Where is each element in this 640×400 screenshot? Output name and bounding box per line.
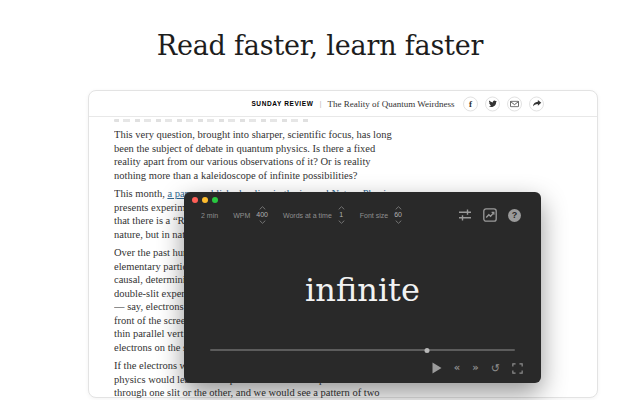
article-header-text: SUNDAY REVIEW | The Reality of Quantum W… xyxy=(251,99,454,109)
wpm-increase-button[interactable] xyxy=(259,206,266,210)
font-decrease-button[interactable] xyxy=(395,220,402,224)
progress-bar[interactable] xyxy=(210,349,515,351)
article-line: been the subject of debate in quantum ph… xyxy=(114,142,534,156)
article-card: SUNDAY REVIEW | The Reality of Quantum W… xyxy=(88,90,598,398)
article-header: SUNDAY REVIEW | The Reality of Quantum W… xyxy=(89,91,597,117)
social-buttons: f xyxy=(463,96,544,111)
word-prefix: inf xyxy=(305,271,357,309)
font-size-stepper: 60 xyxy=(394,206,402,224)
email-button[interactable] xyxy=(507,96,522,111)
article-line: reality apart from our various observati… xyxy=(114,155,534,169)
rewind-icon[interactable]: « xyxy=(454,363,460,373)
article-title: The Reality of Quantum Weirdness xyxy=(327,99,454,109)
restart-icon[interactable]: ↺ xyxy=(491,363,500,374)
share-icon xyxy=(532,100,542,108)
forward-icon[interactable]: » xyxy=(472,363,478,373)
screenshot-canvas: Read faster, learn faster SUNDAY REVIEW … xyxy=(0,0,640,400)
email-icon xyxy=(510,100,519,107)
wpm-decrease-button[interactable] xyxy=(259,220,266,224)
wpm-label: WPM xyxy=(233,212,250,219)
wpm-value: 400 xyxy=(256,211,268,219)
play-icon[interactable] xyxy=(432,362,442,374)
page-title: Read faster, learn faster xyxy=(0,30,640,61)
article-line: This very question, brought into sharper… xyxy=(114,128,534,142)
tune-icon[interactable] xyxy=(458,208,472,222)
font-size-label: Font size xyxy=(360,212,388,219)
stats-icon[interactable] xyxy=(483,208,497,222)
fullscreen-icon[interactable] xyxy=(512,363,523,374)
article-line: through one slit or the other, and we wo… xyxy=(114,386,534,400)
progress-handle[interactable] xyxy=(424,348,429,353)
word-suffix: nite xyxy=(357,271,420,309)
words-at-a-time-control: Words at a time 1 xyxy=(283,206,345,224)
paragraph: This very question, brought into sharper… xyxy=(114,128,534,182)
window-controls xyxy=(192,197,218,203)
clipped-text-remnant xyxy=(114,119,309,122)
words-value: 1 xyxy=(339,211,343,219)
reader-settings-row: 2 min WPM 400 Words at a time 1 xyxy=(201,206,402,224)
twitter-button[interactable] xyxy=(485,96,500,111)
font-size-control: Font size 60 xyxy=(360,206,402,224)
header-divider: | xyxy=(319,99,321,108)
font-size-value: 60 xyxy=(394,211,402,219)
wpm-control: WPM 400 xyxy=(233,206,268,224)
facebook-button[interactable]: f xyxy=(463,96,478,111)
playback-controls: « » ↺ xyxy=(432,362,523,374)
close-window-button[interactable] xyxy=(192,197,198,203)
words-decrease-button[interactable] xyxy=(338,220,345,224)
reader-toolbar: ? xyxy=(458,208,521,222)
words-at-a-time-label: Words at a time xyxy=(283,212,332,219)
link-line-prefix: This month, xyxy=(114,188,167,199)
words-stepper: 1 xyxy=(338,206,345,224)
article-line: nothing more than a kaleidoscope of infi… xyxy=(114,169,534,183)
words-increase-button[interactable] xyxy=(338,206,345,210)
facebook-icon: f xyxy=(469,99,472,108)
help-glyph: ? xyxy=(512,210,518,220)
wpm-stepper: 400 xyxy=(256,206,268,224)
zoom-window-button[interactable] xyxy=(212,197,218,203)
time-remaining-label: 2 min xyxy=(201,212,218,219)
section-kicker: SUNDAY REVIEW xyxy=(251,100,313,107)
share-button[interactable] xyxy=(529,96,544,111)
twitter-icon xyxy=(488,100,497,108)
speed-read-word: infinite xyxy=(184,274,541,306)
font-increase-button[interactable] xyxy=(395,206,402,210)
reader-window: 2 min WPM 400 Words at a time 1 xyxy=(184,192,541,383)
minimize-window-button[interactable] xyxy=(202,197,208,203)
help-icon[interactable]: ? xyxy=(508,209,521,222)
